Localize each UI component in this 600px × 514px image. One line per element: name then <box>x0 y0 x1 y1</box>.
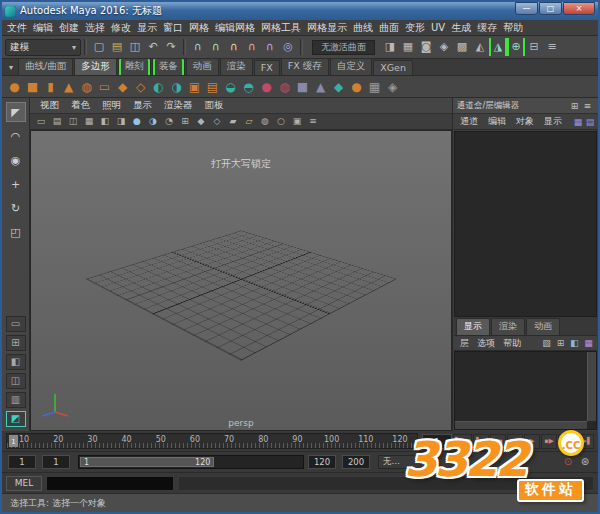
shelf-poly-disc-icon[interactable]: ◆ <box>114 78 131 96</box>
shelf-multi-cut-icon[interactable]: ■ <box>294 78 311 96</box>
playback-end-field[interactable] <box>308 455 336 469</box>
auto-keyframe-toggle-icon[interactable]: ⊙ <box>561 455 575 469</box>
go-to-end-button[interactable]: ▶▶▌ <box>575 434 594 449</box>
layer-editor-menu-item[interactable]: 帮助 <box>499 337 525 350</box>
save-scene-icon[interactable]: ◫ <box>126 38 144 56</box>
current-frame-indicator[interactable]: 1 <box>9 435 18 447</box>
shelf-poly-cone-icon[interactable]: ▲ <box>60 78 77 96</box>
lasso-tool-icon[interactable]: ◠ <box>6 126 26 146</box>
menu-item[interactable]: 选择 <box>82 21 108 35</box>
shelf-tab[interactable]: FX 缓存 <box>281 58 329 75</box>
bookmarks-icon[interactable]: ▦ <box>82 115 96 128</box>
empty-layer-icon[interactable]: ⊞ <box>554 338 567 348</box>
shelf-poly-torus-icon[interactable]: ◍ <box>78 78 95 96</box>
current-frame-field[interactable] <box>422 434 452 449</box>
shelf-boolean-difference-icon[interactable]: ◍ <box>276 78 293 96</box>
render-settings-icon[interactable]: ◈ <box>435 38 453 56</box>
snap-to-plane-icon[interactable]: ∩ <box>243 38 261 56</box>
playback-range-bar[interactable]: 1 120 <box>80 457 214 467</box>
lock-camera-icon[interactable]: ▤ <box>50 115 64 128</box>
snap-to-surface-icon[interactable]: ∩ <box>261 38 279 56</box>
play-forwards-button[interactable]: ▶ <box>524 434 540 449</box>
menu-item[interactable]: 变形 <box>402 21 428 35</box>
new-layer-from-selected-icon[interactable]: ▦ <box>582 338 595 348</box>
channel-box-menu-item[interactable]: 通道 <box>455 115 483 128</box>
open-scene-icon[interactable]: ▤ <box>108 38 126 56</box>
viewport-menu-item[interactable]: 渲染器 <box>158 99 199 112</box>
image-plane-icon[interactable]: ◧ <box>98 115 112 128</box>
gate-mask-icon[interactable]: ⊞ <box>178 115 192 128</box>
select-camera-icon[interactable]: ▭ <box>34 115 48 128</box>
menu-set-dropdown[interactable]: 建模 ▾ <box>5 39 81 56</box>
layer-editor-tab[interactable]: 渲染 <box>491 318 525 335</box>
layer-list[interactable] <box>454 351 597 430</box>
shelf-extrude-icon[interactable]: ◑ <box>168 78 185 96</box>
menu-item[interactable]: 编辑 <box>30 21 56 35</box>
viewport-menu-item[interactable]: 显示 <box>127 99 158 112</box>
film-gate-icon[interactable]: ◑ <box>146 115 160 128</box>
field-chart-icon[interactable]: ◆ <box>194 115 208 128</box>
shelf-bevel-icon[interactable]: ◒ <box>222 78 239 96</box>
go-to-start-button[interactable]: ▌◀◀ <box>453 434 472 449</box>
shelf-tab[interactable]: FX <box>254 60 280 75</box>
make-live-icon[interactable]: ◎ <box>279 38 297 56</box>
time-slider[interactable]: 102030405060708090100110120 1 <box>6 433 418 449</box>
horizontal-scrollbar[interactable] <box>455 421 587 429</box>
animation-preferences-icon[interactable]: ⊛ <box>578 455 592 469</box>
shelf-tab[interactable]: XGen <box>373 60 413 75</box>
play-backwards-button[interactable]: ◀ <box>507 434 523 449</box>
rotate-tool-icon[interactable]: ↻ <box>6 198 26 218</box>
layout-two-pane-icon[interactable]: ◧ <box>6 354 26 370</box>
two-panes-icon[interactable]: ◨ <box>114 115 128 128</box>
new-layer-icon[interactable]: ◧ <box>568 338 581 348</box>
step-forward-frame-button[interactable]: ▶▌ <box>558 434 574 449</box>
command-language-button[interactable]: MEL <box>6 476 42 491</box>
close-button[interactable]: × <box>563 2 595 15</box>
step-forward-key-button[interactable]: ▪▶ <box>541 434 557 449</box>
channel-box-tab-icon[interactable]: ⊞ <box>568 101 581 111</box>
move-layer-up-icon[interactable]: ▧ <box>540 338 553 348</box>
menu-item[interactable]: 窗口 <box>160 21 186 35</box>
isolate-select-icon[interactable]: ≡ <box>306 115 320 128</box>
shelf-poly-cylinder-icon[interactable]: ▮ <box>42 78 59 96</box>
layout-hypershade-icon[interactable]: ◩ <box>6 411 26 427</box>
shelf-boolean-union-icon[interactable]: ● <box>258 78 275 96</box>
redo-icon[interactable]: ↷ <box>162 38 180 56</box>
textured-icon[interactable]: ○ <box>274 115 288 128</box>
shelf-tab[interactable]: 装备 <box>152 58 185 75</box>
range-slider[interactable]: 1 120 <box>78 455 304 469</box>
viewport-menu-item[interactable]: 视图 <box>34 99 65 112</box>
menu-item[interactable]: 曲面 <box>376 21 402 35</box>
menu-item[interactable]: UV <box>428 22 448 33</box>
editor-layout-icon[interactable]: ≡ <box>543 38 561 56</box>
viewport-menu-item[interactable]: 面板 <box>199 99 230 112</box>
viewport-menu-item[interactable]: 着色 <box>65 99 96 112</box>
shelf-poly-cube-icon[interactable]: ■ <box>24 78 41 96</box>
shelf-tab[interactable]: 雕刻 <box>118 58 151 75</box>
shelf-menu-button[interactable]: ▾ <box>4 63 18 75</box>
menu-item[interactable]: 显示 <box>134 21 160 35</box>
channel-box-menu-item[interactable]: 对象 <box>511 115 539 128</box>
menu-item[interactable]: 生成 <box>448 21 474 35</box>
move-tool-icon[interactable]: + <box>6 174 26 194</box>
shelf-tab[interactable]: 动画 <box>186 58 219 75</box>
render-current-frame-icon[interactable]: ▦ <box>399 38 417 56</box>
resolution-gate-icon[interactable]: ◔ <box>162 115 176 128</box>
layout-three-pane-icon[interactable]: ▥ <box>6 392 26 408</box>
menu-item[interactable]: 创建 <box>56 21 82 35</box>
safe-action-icon[interactable]: ◇ <box>210 115 224 128</box>
paint-selection-tool-icon[interactable]: ◉ <box>6 150 26 170</box>
shelf-tab[interactable]: 渲染 <box>220 58 253 75</box>
undo-icon[interactable]: ↶ <box>144 38 162 56</box>
menu-item[interactable]: 网格显示 <box>304 21 350 35</box>
menu-item[interactable]: 文件 <box>4 21 30 35</box>
shelf-target-weld-icon[interactable]: ▲ <box>312 78 329 96</box>
safe-title-icon[interactable]: ▰ <box>226 115 240 128</box>
step-back-key-button[interactable]: ◀▪ <box>490 434 506 449</box>
snap-to-grid-icon[interactable]: ∩ <box>189 38 207 56</box>
animation-start-field[interactable] <box>8 455 36 469</box>
menu-item[interactable]: 曲线 <box>350 21 376 35</box>
wireframe-icon[interactable]: ▱ <box>242 115 256 128</box>
pipeline-cache-icon[interactable]: ⊕ <box>507 38 525 56</box>
shelf-combine-icon[interactable]: ▣ <box>186 78 203 96</box>
